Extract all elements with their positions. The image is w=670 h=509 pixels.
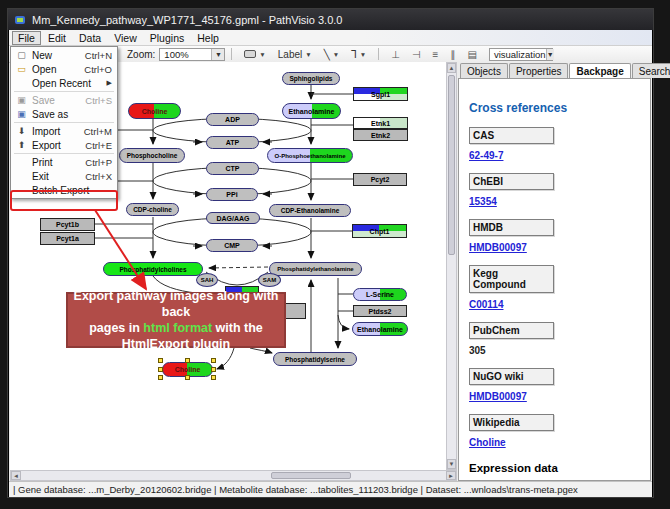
node-ethanolamine-2[interactable]: Ethanolamine [352,322,408,336]
tab-backpage[interactable]: Backpage [569,63,630,78]
vertical-scrollbar[interactable]: ▲ ▼ [446,62,457,470]
cross-references-heading: Cross references [469,101,642,115]
xref-section-value: C00114 [469,299,642,310]
selection-handle[interactable] [158,367,163,372]
node-chpt1[interactable]: Chpt1 [352,224,407,238]
new-label-button[interactable]: Label▼ [274,47,316,61]
file-menu-item-new[interactable]: ▢NewCtrl+N [11,48,117,62]
node-label: Sphingolipids [289,75,334,82]
xref-link[interactable]: HMDB00097 [469,391,527,402]
node-sam[interactable]: SAM [258,273,281,287]
node-pcyt2[interactable]: Pcyt2 [353,173,407,186]
node-phosphocholine[interactable]: Phosphocholine [119,148,185,163]
scroll-up-icon[interactable]: ▲ [447,63,456,73]
xref-section-value: 305 [469,345,642,356]
chevron-down-icon[interactable]: ▼ [259,51,265,58]
file-menu-item-batch-export[interactable]: Batch Export [11,183,117,197]
file-menu-item-save-as[interactable]: ▣Save as [11,107,117,121]
node-label: O-Phosphoethanolamine [273,153,346,159]
selection-handle[interactable] [211,375,216,380]
node-adp[interactable]: ADP [206,113,259,126]
xref-link[interactable]: C00114 [469,299,503,310]
selection-handle[interactable] [211,367,216,372]
chevron-down-icon[interactable]: ▼ [211,49,224,60]
scroll-right-icon[interactable]: ► [446,471,456,480]
selection-handle[interactable] [158,358,163,363]
menubar-item-plugins[interactable]: Plugins [144,31,190,45]
xref-link[interactable]: 15354 [469,196,497,207]
save-icon: ▣ [14,95,29,105]
menubar-item-data[interactable]: Data [73,31,107,45]
node-ppi[interactable]: PPi [206,188,258,201]
node-pcyt1b[interactable]: Pcyt1b [40,218,95,231]
selection-handle[interactable] [211,358,216,363]
new-datanode-button[interactable]: ▼ [240,47,269,61]
node-dag-aag[interactable]: DAG/AAG [206,212,260,224]
tab-objects[interactable]: Objects [460,63,508,78]
file-menu-item-print[interactable]: PrintCtrl+P [11,155,117,169]
node-cmp[interactable]: CMP [206,239,258,252]
xref-section-cas: CAS62-49-7 [469,127,642,161]
tab-search[interactable]: Search [632,63,670,78]
horizontal-scrollbar[interactable]: ◄ ► [10,470,457,481]
align-center-y-icon[interactable]: ⊣ [412,49,421,60]
scroll-down-icon[interactable]: ▼ [447,459,456,469]
node-ctp[interactable]: CTP [206,162,259,175]
node-sah[interactable]: SAH [196,273,218,287]
chevron-down-icon[interactable]: ▼ [305,51,311,58]
node-phosphatidylethanolamine[interactable]: Phosphatidylethanolamine [269,262,362,276]
node-etnk1[interactable]: Etnk1 [353,117,408,129]
node-l-serine[interactable]: L-Serine [353,288,407,301]
node-pcyt1a[interactable]: Pcyt1a [40,232,95,245]
selection-handle[interactable] [185,375,190,380]
selection-handle[interactable] [185,358,190,363]
stack-vertical-icon[interactable]: ≡ [433,49,439,60]
node-phosphatidylserine[interactable]: Phosphatidylserine [273,352,357,366]
new-elbow-line-button[interactable]: Ꞁ▼ [347,47,370,61]
node-sgpl1[interactable]: Sgpl1 [353,87,408,101]
file-menu-item-open-recent[interactable]: Open Recent▶ [11,76,117,90]
xref-link[interactable]: 62-49-7 [469,150,503,161]
xref-section-value: HMDB00097 [469,391,642,402]
node-label: CMP [223,242,241,249]
new-line-button[interactable]: ╲▼ [320,47,343,61]
visualization-combobox[interactable]: visualization ▼ [489,48,553,61]
vertical-scroll-thumb[interactable] [448,75,455,255]
selection-handle[interactable] [158,375,163,380]
menubar-item-help[interactable]: Help [191,31,225,45]
window-title: Mm_Kennedy_pathway_WP1771_45176.gpml - P… [32,14,342,26]
menu-item-shortcut: Ctrl+O [84,64,112,75]
file-menu-item-export[interactable]: ⬆ExportCtrl+E [11,138,117,152]
zoom-combobox[interactable]: 100% ▼ [159,48,225,61]
node-cdp-choline[interactable]: CDP-choline [126,203,179,216]
menu-item-shortcut: Ctrl+N [85,50,112,61]
menubar-item-edit[interactable]: Edit [42,31,72,45]
xref-section-value: 62-49-7 [469,150,642,161]
node-sphingolipids[interactable]: Sphingolipids [282,72,340,85]
file-menu-item-open[interactable]: ▭OpenCtrl+O [11,62,117,76]
stack-horizontal-icon[interactable]: ∥ [450,49,455,60]
align-center-x-icon[interactable]: ⊥ [391,49,400,60]
node-cdp-ethanolamine[interactable]: CDP-Ethanolamine [269,204,351,217]
horizontal-scroll-thumb[interactable] [271,472,351,479]
node-ptdss2[interactable]: Ptdss2 [353,305,407,317]
chevron-down-icon[interactable]: ▼ [546,49,554,60]
file-menu-item-import[interactable]: ⬇ImportCtrl+M [11,124,117,138]
xref-link[interactable]: Choline [469,437,506,448]
menubar-item-view[interactable]: View [108,31,143,45]
chevron-down-icon[interactable]: ▼ [360,51,366,58]
title-bar: Mm_Kennedy_pathway_WP1771_45176.gpml - P… [8,9,653,30]
node-atp[interactable]: ATP [206,136,259,149]
tab-properties[interactable]: Properties [509,63,569,78]
common-size-icon[interactable]: ▤ [467,49,476,60]
node-o-phosphoethanolamine[interactable]: O-Phosphoethanolamine [267,148,353,163]
file-menu-item-exit[interactable]: ExitCtrl+X [11,169,117,183]
chevron-down-icon[interactable]: ▼ [333,51,339,58]
scroll-left-icon[interactable]: ◄ [11,471,21,480]
node-phosphatidylcholines[interactable]: Phosphatidylcholines [103,262,203,276]
xref-link[interactable]: HMDB00097 [469,242,527,253]
node-ethanolamine-top[interactable]: Ethanolamine [282,103,341,119]
menubar-item-file[interactable]: File [12,31,41,45]
node-choline-top[interactable]: Choline [128,103,181,119]
node-etnk2[interactable]: Etnk2 [353,129,408,141]
